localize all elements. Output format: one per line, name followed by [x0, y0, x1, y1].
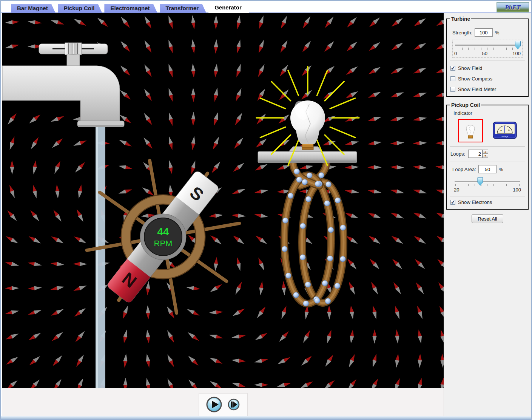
lightbulb-icon — [463, 121, 478, 140]
rpm-value: 44 — [157, 226, 169, 238]
strength-slider-track — [455, 45, 520, 46]
loops-input[interactable] — [468, 150, 483, 158]
turbine-panel: Turbine Strength: % 0 50 100 — [446, 16, 529, 97]
show-field-meter-checkbox[interactable]: Show Field Meter — [450, 86, 524, 92]
checkbox-box[interactable] — [450, 76, 455, 81]
strength-unit: % — [495, 30, 500, 36]
loops-label: Loops: — [450, 151, 465, 157]
voltmeter-indicator-button[interactable]: - + voltage — [492, 121, 517, 140]
turbine-wheel[interactable]: S N 44 RPM — [87, 161, 239, 313]
indicator-group: Indicator — [450, 110, 525, 147]
checkbox-box[interactable] — [450, 66, 455, 71]
strength-slider[interactable]: 0 50 100 — [452, 40, 523, 58]
phet-logo: PhET — [497, 2, 529, 12]
window-frame-bottom — [1, 416, 531, 419]
loops-increment-button[interactable]: ▲ — [483, 150, 488, 154]
svg-text:+: + — [508, 128, 510, 132]
show-compass-checkbox[interactable]: Show Compass — [450, 76, 524, 82]
tab-electromagnet[interactable]: Electromagnet — [104, 4, 157, 13]
strength-input[interactable] — [475, 28, 493, 37]
loops-decrement-button[interactable]: ▼ — [483, 154, 488, 158]
show-electrons-checkbox[interactable]: Show Electrons — [450, 199, 524, 205]
turbine-panel-title: Turbine — [450, 16, 471, 22]
strength-slider-labels: 0 50 100 — [454, 51, 521, 56]
loop-area-label: Loop Area: — [452, 167, 476, 172]
loop-area-slider-labels: 20 100 — [454, 187, 521, 193]
show-field-checkbox[interactable]: Show Field — [450, 65, 524, 71]
app-window: Bar Magnet Pickup Coil Electromagnet Tra… — [0, 0, 532, 420]
simulation-canvas: S N 44 RPM — [2, 13, 444, 388]
water-stream — [96, 127, 105, 388]
reset-all-button[interactable]: Reset All — [472, 214, 503, 223]
loop-area-slider-ticks — [455, 184, 520, 187]
pickup-coil-panel: Pickup Coil Indicator — [446, 102, 529, 210]
play-button[interactable] — [207, 397, 221, 412]
pickup-coil[interactable] — [282, 162, 346, 306]
loop-area-input[interactable] — [478, 165, 497, 173]
loop-area-slider-track — [455, 181, 520, 182]
loop-area-group: Loop Area: % 20 100 — [450, 162, 525, 196]
checkbox-box[interactable] — [450, 200, 455, 205]
checkbox-box[interactable] — [450, 87, 455, 92]
loop-area-slider[interactable]: 20 100 — [452, 176, 523, 194]
playback-bar — [2, 388, 444, 419]
tab-pickup-coil[interactable]: Pickup Coil — [58, 4, 102, 13]
step-button[interactable] — [228, 399, 239, 410]
light-bulb — [290, 99, 325, 150]
voltmeter-icon: - + voltage — [493, 122, 517, 140]
lightbulb-indicator-button[interactable] — [458, 119, 483, 142]
strength-slider-ticks — [456, 48, 519, 50]
tab-transformer[interactable]: Transformer — [160, 4, 207, 13]
control-panel: Turbine Strength: % 0 50 100 — [444, 13, 531, 418]
indicator-label: Indicator — [452, 110, 473, 116]
rpm-display: 44 RPM — [140, 214, 186, 260]
tab-generator[interactable]: Generator — [208, 2, 249, 13]
playback-panel — [199, 393, 248, 417]
tab-bar-magnet[interactable]: Bar Magnet — [11, 4, 56, 13]
faucet-flow-slider[interactable] — [65, 43, 82, 55]
loop-area-unit: % — [499, 167, 503, 172]
strength-label: Strength: — [452, 30, 472, 36]
rpm-unit: RPM — [154, 239, 173, 248]
tab-bar: Bar Magnet Pickup Coil Electromagnet Tra… — [1, 1, 531, 13]
svg-text:voltage: voltage — [501, 135, 508, 137]
svg-text:-: - — [500, 128, 501, 132]
pickup-panel-title: Pickup Coil — [450, 102, 481, 108]
faucet — [2, 43, 124, 127]
